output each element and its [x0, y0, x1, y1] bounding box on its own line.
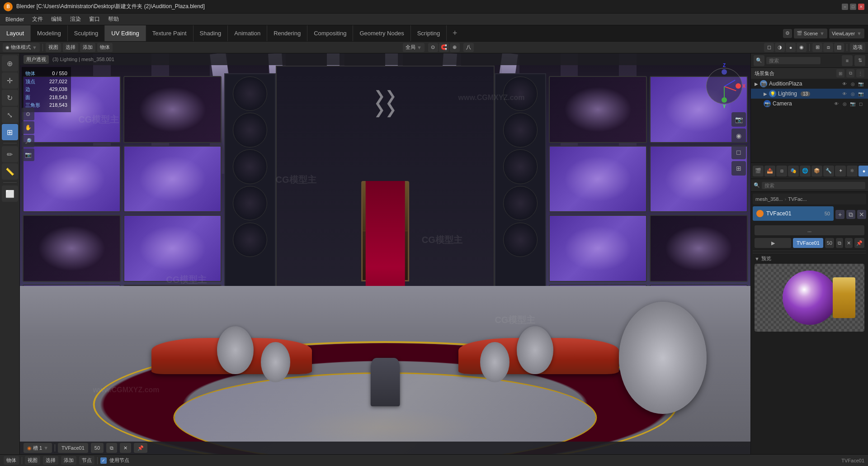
snap-btn[interactable]: 🧲	[439, 43, 449, 52]
outliner-filter-btn[interactable]: ⊞	[836, 69, 844, 77]
ws-tab-geometry-nodes[interactable]: Geometry Nodes	[353, 25, 410, 41]
window-controls[interactable]: − □ ✕	[842, 4, 864, 10]
menu-window[interactable]: 窗口	[85, 14, 104, 24]
ws-tab-texture-paint[interactable]: Texture Paint	[146, 25, 193, 41]
prop-material-btn[interactable]: ●	[859, 166, 868, 176]
vp-mode-select[interactable]: ◉ 槽 1 ▼	[24, 443, 52, 453]
vp-copy-btn[interactable]: ⧉	[106, 443, 117, 453]
prop-physics-btn[interactable]: ⚛	[847, 166, 858, 176]
camera-sel-btn[interactable]: ◎	[841, 100, 848, 107]
prop-search-icon[interactable]: 🔍	[754, 55, 764, 66]
nav-orbit[interactable]: ⊙	[22, 108, 34, 120]
proportional-btn[interactable]: ⊕	[450, 43, 460, 52]
transform-pivot-btn[interactable]: ⊙	[428, 43, 438, 52]
tool-transform[interactable]: ⊞	[2, 124, 18, 140]
prop-output-btn[interactable]: 📤	[764, 166, 775, 176]
pin-mat-btn[interactable]: 📌	[854, 238, 864, 248]
material-slot[interactable]: TVFace01 50	[753, 206, 834, 221]
menu-render[interactable]: 渲染	[66, 14, 85, 24]
lighting-sel-btn[interactable]: ◎	[849, 90, 856, 97]
vp-pin-btn[interactable]: 📌	[134, 443, 147, 453]
mode-selector[interactable]: ◉ 物体模式 ▼	[3, 43, 40, 52]
outliner-item-scene[interactable]: ▶ 🎬 AuditionPlaza 👁 ◎ 📷	[751, 79, 868, 89]
minimize-button[interactable]: −	[842, 4, 848, 10]
tool-move[interactable]: ✛	[2, 72, 18, 89]
outliner-render-btn[interactable]: 📷	[857, 80, 864, 87]
bt-mode-btn[interactable]: 物体	[4, 456, 19, 465]
gizmo-circle[interactable]: X Y Z	[706, 68, 742, 104]
nav-pan[interactable]: ✋	[22, 121, 34, 134]
vp-material-btn[interactable]: TVFace01	[58, 443, 88, 453]
mat-delete-button[interactable]: ✕	[857, 210, 866, 219]
preview-collapse-btn[interactable]: ▼	[755, 256, 760, 262]
viewport-shading-wire[interactable]: ◻	[764, 43, 774, 52]
props-search-input[interactable]	[762, 182, 865, 189]
delete-mat-btn[interactable]: ✕	[845, 238, 853, 248]
ws-tab-uv-editing[interactable]: UV Editing	[105, 25, 146, 41]
tool-annotate[interactable]: ✏	[2, 146, 18, 162]
prop-modifier-btn[interactable]: 🔧	[823, 166, 834, 176]
outliner-item-camera[interactable]: 📷 Camera 👁 ◎ 📷 ◻	[751, 99, 868, 109]
mat-copy-button[interactable]: ⧉	[846, 210, 855, 219]
tool-cursor[interactable]: ⊕	[2, 55, 18, 71]
outliner-more-btn[interactable]: ⋮	[856, 69, 864, 77]
outliner-select-btn[interactable]: ◎	[849, 80, 856, 87]
settings-more-btn[interactable]: ...	[755, 225, 864, 235]
add-menu[interactable]: 添加	[80, 43, 95, 52]
camera-vis-btn[interactable]: 👁	[833, 100, 840, 107]
copy-mat-btn[interactable]: ⧉	[836, 238, 843, 248]
view-layer-selector[interactable]: ViewLayer ▼	[829, 29, 864, 38]
gizmo-dot-x[interactable]	[736, 83, 741, 89]
filter-icon[interactable]: ≡	[842, 55, 853, 66]
prop-world-btn[interactable]: 🌐	[800, 166, 811, 176]
bt-select-btn[interactable]: 选择	[43, 456, 58, 465]
ws-tab-compositing[interactable]: Compositing	[307, 25, 353, 41]
viewport[interactable]: ❯❯❯❯	[20, 53, 750, 454]
ws-tab-layout[interactable]: Layout	[0, 25, 31, 41]
prop-scene-btn[interactable]: 🎭	[788, 166, 799, 176]
ws-tab-sculpting[interactable]: Sculpting	[68, 25, 105, 41]
engine-selector[interactable]: ⚙	[783, 29, 792, 38]
ws-tab-modeling[interactable]: Modeling	[31, 25, 68, 41]
prop-object-btn[interactable]: 📦	[811, 166, 822, 176]
outliner-view-btn[interactable]: ⧉	[846, 69, 854, 77]
viewport-shading-mat[interactable]: ●	[786, 43, 796, 52]
vp-delete-btn[interactable]: ✕	[120, 443, 131, 453]
bt-add-btn[interactable]: 添加	[61, 456, 76, 465]
gizmo-dot-z[interactable]	[722, 69, 727, 75]
tool-scale[interactable]: ⤡	[2, 107, 18, 123]
outliner-item-lighting[interactable]: ▶ 💡 Lighting 13 👁 ◎ 📷	[751, 89, 868, 99]
nav-camera[interactable]: 📷	[22, 148, 34, 161]
lighting-vis-btn[interactable]: 👁	[841, 90, 848, 97]
xray-toggle[interactable]: ▨	[834, 43, 844, 52]
vp-camera-view[interactable]: 📷	[731, 112, 746, 127]
gizmo-dot-y[interactable]	[722, 97, 727, 103]
lighting-rend-btn[interactable]: 📷	[857, 90, 864, 97]
select-all-btn[interactable]: 选项	[850, 43, 865, 52]
viewport-shading-render[interactable]: ◉	[797, 43, 807, 52]
bt-view-btn[interactable]: 视图	[25, 456, 40, 465]
users-count-btn[interactable]: 50	[825, 238, 834, 248]
nav-zoom[interactable]: 🔎	[22, 135, 34, 147]
viewport-shading-solid[interactable]: ◑	[775, 43, 785, 52]
use-nodes-checkbox[interactable]: ✓	[100, 457, 107, 464]
overlay-toggle[interactable]: ⧈	[823, 43, 833, 52]
prop-render-btn[interactable]: 🎬	[753, 166, 764, 176]
ws-tab-add[interactable]: +	[447, 25, 463, 41]
view-menu[interactable]: 视图	[46, 43, 61, 52]
prop-view-layer-btn[interactable]: ⧈	[776, 166, 787, 176]
play-btn[interactable]: ▶	[755, 238, 791, 248]
ws-tab-scripting[interactable]: Scripting	[411, 25, 447, 41]
material-settings-btn[interactable]: TVFace01	[793, 238, 823, 248]
viewport-view-label[interactable]: 用户透视	[24, 55, 49, 64]
prop-particles-btn[interactable]: ✦	[835, 166, 846, 176]
menu-blender[interactable]: Blender	[2, 15, 28, 24]
global-selector[interactable]: 全局 ▼	[403, 43, 425, 52]
vp-render-mode[interactable]: ◉	[731, 128, 746, 143]
vp-users-btn[interactable]: 50	[91, 443, 104, 453]
sort-icon[interactable]: ⇅	[854, 55, 865, 66]
camera-extra-btn[interactable]: ◻	[857, 100, 864, 107]
object-menu[interactable]: 物体	[97, 43, 113, 52]
maximize-button[interactable]: □	[850, 4, 856, 10]
menu-edit[interactable]: 编辑	[47, 14, 66, 24]
